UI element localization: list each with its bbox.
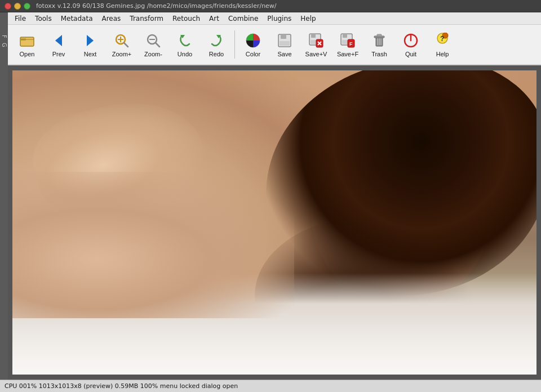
svg-rect-15 — [281, 34, 286, 39]
next-icon — [81, 32, 99, 50]
menu-item-art[interactable]: Art — [205, 14, 224, 24]
toolbar-save-label: Save — [277, 51, 291, 57]
toolbar-zoomin-label: Zoom+ — [112, 51, 132, 57]
menu-item-transform[interactable]: Transform — [125, 14, 168, 24]
toolbar-undo-label: Undo — [178, 51, 192, 57]
menubar: FileToolsMetadataAreasTransformRetouchAr… — [8, 12, 541, 25]
toolbar-undo-button[interactable]: Undo — [170, 28, 199, 61]
window-controls[interactable] — [5, 3, 30, 10]
zoomout-icon — [144, 32, 162, 50]
photo-scene — [12, 70, 536, 375]
toolbar-next-label: Next — [84, 51, 97, 57]
svg-text:F: F — [349, 41, 353, 47]
svg-rect-30 — [377, 34, 382, 36]
quit-icon — [402, 32, 420, 50]
toolbar-savev-button[interactable]: Save+V — [301, 28, 331, 61]
toolbar-help-button[interactable]: ?Help — [428, 28, 457, 61]
maximize-button[interactable] — [24, 3, 30, 10]
toolbar-open-label: Open — [20, 51, 35, 57]
toolbar-savev-label: Save+V — [305, 51, 327, 57]
sidebar-letter-g: G — [1, 43, 7, 47]
menu-item-combine[interactable]: Combine — [224, 14, 263, 24]
toolbar-zoomin-button[interactable]: Zoom+ — [107, 28, 136, 61]
window-title: fotoxx v.12.09 60/138 Gemines.jpg /home2… — [36, 2, 536, 10]
svg-rect-18 — [311, 34, 316, 38]
title-bar: fotoxx v.12.09 60/138 Gemines.jpg /home2… — [0, 0, 541, 12]
zoomin-icon — [113, 32, 131, 50]
savef-icon: F — [339, 32, 357, 50]
toolbar-quit-label: Quit — [405, 51, 416, 57]
undo-icon — [176, 32, 194, 50]
open-icon — [18, 32, 36, 50]
toolbar-next-button[interactable]: Next — [76, 28, 105, 61]
toolbar-help-label: Help — [436, 51, 449, 57]
sidebar-letter-f: F — [1, 35, 7, 38]
toolbar-trash-label: Trash — [371, 51, 387, 57]
menu-item-areas[interactable]: Areas — [97, 14, 125, 24]
image-area — [8, 65, 541, 380]
redo-icon — [207, 32, 225, 50]
menu-item-help[interactable]: Help — [296, 14, 320, 24]
sidebar: F G — [0, 12, 8, 380]
menu-item-file[interactable]: File — [10, 14, 30, 24]
toolbar-open-button[interactable]: Open — [12, 28, 42, 61]
toolbar-redo-label: Redo — [209, 51, 224, 57]
toolbar-zoomout-label: Zoom- — [144, 51, 162, 57]
svg-marker-3 — [87, 35, 94, 46]
menu-item-retouch[interactable]: Retouch — [168, 14, 205, 24]
toolbar-savef-button[interactable]: FSave+F — [333, 28, 362, 61]
svg-rect-16 — [280, 41, 290, 46]
status-text: CPU 001% 1013x1013x8 (preview) 0.59MB 10… — [5, 382, 238, 390]
toolbar-savef-label: Save+F — [337, 51, 358, 57]
toolbar-trash-button[interactable]: Trash — [365, 28, 394, 61]
photo-canvas — [12, 70, 536, 375]
svg-marker-2 — [55, 35, 62, 46]
toolbar-prev-label: Prev — [52, 51, 65, 57]
minimize-button[interactable] — [14, 3, 21, 10]
save-icon — [276, 32, 294, 50]
menu-item-metadata[interactable]: Metadata — [56, 14, 97, 24]
prev-icon — [50, 32, 68, 50]
svg-line-7 — [124, 43, 128, 47]
svg-text:?: ? — [440, 35, 444, 43]
toolbar-redo-button[interactable]: Redo — [202, 28, 231, 61]
svg-line-10 — [156, 43, 159, 47]
svg-rect-24 — [343, 34, 347, 38]
savev-icon — [307, 32, 325, 50]
menu-item-plugins[interactable]: Plugins — [263, 14, 296, 24]
menu-item-tools[interactable]: Tools — [30, 14, 56, 24]
trash-icon — [370, 32, 388, 50]
toolbar-zoomout-button[interactable]: Zoom- — [139, 28, 168, 61]
toolbar-save-button[interactable]: Save — [270, 28, 299, 61]
toolbar-color-button[interactable]: Color — [238, 28, 268, 61]
toolbar-quit-button[interactable]: Quit — [396, 28, 425, 61]
color-icon — [244, 32, 262, 50]
toolbar-color-label: Color — [246, 51, 260, 57]
toolbar-prev-button[interactable]: Prev — [44, 28, 73, 61]
statusbar: CPU 001% 1013x1013x8 (preview) 0.59MB 10… — [0, 380, 541, 392]
help-icon: ? — [433, 32, 451, 50]
close-button[interactable] — [5, 3, 11, 10]
toolbar-separator — [234, 30, 235, 59]
toolbar: OpenPrevNextZoom+Zoom-UndoRedoColorSaveS… — [8, 25, 541, 65]
